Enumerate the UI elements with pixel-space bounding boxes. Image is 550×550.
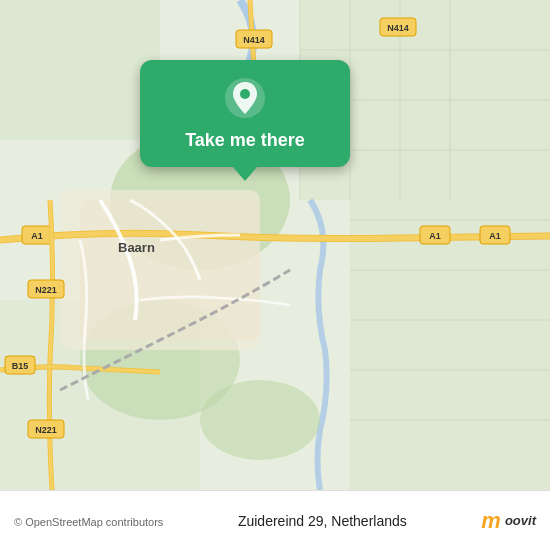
svg-text:N221: N221 bbox=[35, 285, 57, 295]
svg-text:B15: B15 bbox=[12, 361, 29, 371]
svg-point-19 bbox=[200, 380, 320, 460]
svg-rect-3 bbox=[0, 0, 160, 140]
copyright-text: © OpenStreetMap contributors bbox=[14, 516, 163, 528]
svg-point-40 bbox=[240, 89, 250, 99]
svg-text:Baarn: Baarn bbox=[118, 240, 155, 255]
moovit-m-letter: m bbox=[481, 508, 501, 534]
copyright-section: © OpenStreetMap contributors bbox=[14, 512, 163, 530]
svg-text:A1: A1 bbox=[429, 231, 441, 241]
address-section: Zuidereind 29, Netherlands bbox=[238, 512, 407, 530]
svg-text:N221: N221 bbox=[35, 425, 57, 435]
svg-rect-21 bbox=[80, 200, 260, 340]
location-pin-icon bbox=[223, 76, 267, 120]
svg-text:A1: A1 bbox=[489, 231, 501, 241]
take-me-there-label: Take me there bbox=[185, 130, 305, 151]
svg-text:N414: N414 bbox=[387, 23, 409, 33]
svg-text:N414: N414 bbox=[243, 35, 265, 45]
svg-text:A1: A1 bbox=[31, 231, 43, 241]
address-text: Zuidereind 29, Netherlands bbox=[238, 513, 407, 529]
take-me-there-popup[interactable]: Take me there bbox=[140, 60, 350, 167]
map-area: A1 A1 A1 N414 N414 N221 N221 B15 bbox=[0, 0, 550, 490]
svg-rect-2 bbox=[350, 200, 550, 490]
bottom-bar: © OpenStreetMap contributors Zuidereind … bbox=[0, 490, 550, 550]
moovit-logo: m oovit bbox=[481, 508, 536, 534]
moovit-rest-word: oovit bbox=[505, 513, 536, 528]
